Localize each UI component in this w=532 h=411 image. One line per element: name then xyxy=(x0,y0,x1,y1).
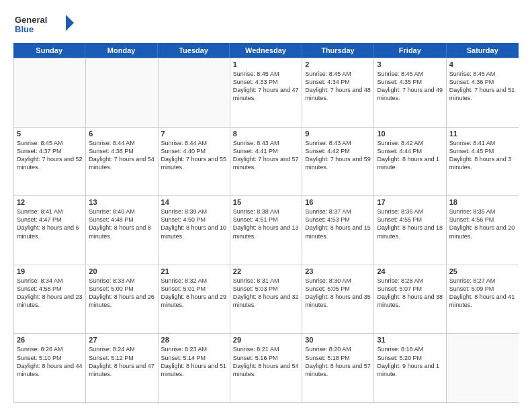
day-number-1: 1 xyxy=(233,60,299,68)
day-info-29: Sunrise: 8:21 AM Sunset: 5:16 PM Dayligh… xyxy=(233,345,299,378)
day-number-3: 3 xyxy=(377,60,443,68)
day-number-10: 10 xyxy=(377,130,443,138)
day-23: 23Sunrise: 8:30 AM Sunset: 5:05 PM Dayli… xyxy=(302,265,374,334)
day-info-13: Sunrise: 8:40 AM Sunset: 4:48 PM Dayligh… xyxy=(89,208,154,240)
day-8: 8Sunrise: 8:43 AM Sunset: 4:41 PM Daylig… xyxy=(230,128,302,196)
empty-cell-0-1 xyxy=(86,58,158,127)
day-25: 25Sunrise: 8:27 AM Sunset: 5:09 PM Dayli… xyxy=(447,265,519,334)
day-4: 4Sunrise: 8:45 AM Sunset: 4:36 PM Daylig… xyxy=(447,58,519,127)
day-number-31: 31 xyxy=(377,336,443,344)
day-info-23: Sunrise: 8:30 AM Sunset: 5:05 PM Dayligh… xyxy=(305,277,371,310)
day-16: 16Sunrise: 8:37 AM Sunset: 4:53 PM Dayli… xyxy=(302,196,374,265)
day-number-26: 26 xyxy=(17,336,83,344)
empty-cell-4-6 xyxy=(447,334,519,402)
day-info-17: Sunrise: 8:36 AM Sunset: 4:55 PM Dayligh… xyxy=(377,208,443,240)
day-14: 14Sunrise: 8:39 AM Sunset: 4:50 PM Dayli… xyxy=(159,196,230,265)
header-day-friday: Friday xyxy=(374,43,446,58)
day-17: 17Sunrise: 8:36 AM Sunset: 4:55 PM Dayli… xyxy=(374,196,446,265)
day-info-3: Sunrise: 8:45 AM Sunset: 4:35 PM Dayligh… xyxy=(377,70,443,103)
day-31: 31Sunrise: 8:18 AM Sunset: 5:20 PM Dayli… xyxy=(374,334,446,402)
week-row-4: 19Sunrise: 8:34 AM Sunset: 4:58 PM Dayli… xyxy=(14,265,519,334)
day-info-25: Sunrise: 8:27 AM Sunset: 5:09 PM Dayligh… xyxy=(449,277,516,310)
day-info-21: Sunrise: 8:32 AM Sunset: 5:01 PM Dayligh… xyxy=(161,277,227,310)
day-info-4: Sunrise: 8:45 AM Sunset: 4:36 PM Dayligh… xyxy=(449,70,516,103)
day-info-10: Sunrise: 8:42 AM Sunset: 4:44 PM Dayligh… xyxy=(377,139,443,172)
header-day-tuesday: Tuesday xyxy=(158,43,230,58)
day-info-27: Sunrise: 8:24 AM Sunset: 5:12 PM Dayligh… xyxy=(89,345,154,378)
day-3: 3Sunrise: 8:45 AM Sunset: 4:35 PM Daylig… xyxy=(374,58,446,127)
day-28: 28Sunrise: 8:23 AM Sunset: 5:14 PM Dayli… xyxy=(159,334,230,402)
svg-text:Blue: Blue xyxy=(15,24,34,34)
logo-svg: General Blue xyxy=(13,11,74,38)
calendar-header: SundayMondayTuesdayWednesdayThursdayFrid… xyxy=(13,43,519,58)
calendar: SundayMondayTuesdayWednesdayThursdayFrid… xyxy=(13,43,519,403)
day-number-24: 24 xyxy=(377,267,443,275)
page: General Blue SundayMondayTuesdayWednesda… xyxy=(0,0,532,411)
day-24: 24Sunrise: 8:28 AM Sunset: 5:07 PM Dayli… xyxy=(374,265,446,334)
day-number-13: 13 xyxy=(89,198,154,206)
week-row-5: 26Sunrise: 8:26 AM Sunset: 5:10 PM Dayli… xyxy=(14,333,519,402)
day-number-4: 4 xyxy=(449,60,516,68)
day-7: 7Sunrise: 8:44 AM Sunset: 4:40 PM Daylig… xyxy=(159,128,230,196)
day-9: 9Sunrise: 8:43 AM Sunset: 4:42 PM Daylig… xyxy=(302,128,374,196)
day-number-16: 16 xyxy=(305,198,371,206)
day-info-22: Sunrise: 8:31 AM Sunset: 5:03 PM Dayligh… xyxy=(233,277,299,310)
day-number-28: 28 xyxy=(161,336,227,344)
day-15: 15Sunrise: 8:38 AM Sunset: 4:51 PM Dayli… xyxy=(230,196,302,265)
day-number-20: 20 xyxy=(89,267,154,275)
day-21: 21Sunrise: 8:32 AM Sunset: 5:01 PM Dayli… xyxy=(159,265,230,334)
day-6: 6Sunrise: 8:44 AM Sunset: 4:38 PM Daylig… xyxy=(86,128,158,196)
day-number-6: 6 xyxy=(89,130,154,138)
day-number-15: 15 xyxy=(233,198,299,206)
header: General Blue xyxy=(13,11,519,38)
day-info-6: Sunrise: 8:44 AM Sunset: 4:38 PM Dayligh… xyxy=(89,139,154,172)
calendar-body: 1Sunrise: 8:45 AM Sunset: 4:33 PM Daylig… xyxy=(13,58,519,403)
day-19: 19Sunrise: 8:34 AM Sunset: 4:58 PM Dayli… xyxy=(14,265,86,334)
day-1: 1Sunrise: 8:45 AM Sunset: 4:33 PM Daylig… xyxy=(230,58,302,127)
day-info-12: Sunrise: 8:41 AM Sunset: 4:47 PM Dayligh… xyxy=(17,208,83,240)
day-info-14: Sunrise: 8:39 AM Sunset: 4:50 PM Dayligh… xyxy=(161,208,227,240)
day-info-8: Sunrise: 8:43 AM Sunset: 4:41 PM Dayligh… xyxy=(233,139,299,172)
empty-cell-0-2 xyxy=(159,58,230,127)
day-22: 22Sunrise: 8:31 AM Sunset: 5:03 PM Dayli… xyxy=(230,265,302,334)
day-info-9: Sunrise: 8:43 AM Sunset: 4:42 PM Dayligh… xyxy=(305,139,371,172)
day-18: 18Sunrise: 8:35 AM Sunset: 4:56 PM Dayli… xyxy=(447,196,519,265)
day-2: 2Sunrise: 8:45 AM Sunset: 4:34 PM Daylig… xyxy=(302,58,374,127)
week-row-2: 5Sunrise: 8:45 AM Sunset: 4:37 PM Daylig… xyxy=(14,127,519,196)
day-info-16: Sunrise: 8:37 AM Sunset: 4:53 PM Dayligh… xyxy=(305,208,371,240)
week-row-3: 12Sunrise: 8:41 AM Sunset: 4:47 PM Dayli… xyxy=(14,195,519,265)
day-27: 27Sunrise: 8:24 AM Sunset: 5:12 PM Dayli… xyxy=(86,334,158,402)
day-20: 20Sunrise: 8:33 AM Sunset: 5:00 PM Dayli… xyxy=(86,265,158,334)
day-29: 29Sunrise: 8:21 AM Sunset: 5:16 PM Dayli… xyxy=(230,334,302,402)
day-number-27: 27 xyxy=(89,336,154,344)
svg-marker-2 xyxy=(66,15,74,31)
day-number-5: 5 xyxy=(17,130,83,138)
day-info-30: Sunrise: 8:20 AM Sunset: 5:18 PM Dayligh… xyxy=(305,345,371,378)
day-11: 11Sunrise: 8:41 AM Sunset: 4:45 PM Dayli… xyxy=(447,128,519,196)
day-number-21: 21 xyxy=(161,267,227,275)
day-number-29: 29 xyxy=(233,336,299,344)
week-row-1: 1Sunrise: 8:45 AM Sunset: 4:33 PM Daylig… xyxy=(14,58,519,127)
day-26: 26Sunrise: 8:26 AM Sunset: 5:10 PM Dayli… xyxy=(14,334,86,402)
day-info-28: Sunrise: 8:23 AM Sunset: 5:14 PM Dayligh… xyxy=(161,345,227,378)
day-info-18: Sunrise: 8:35 AM Sunset: 4:56 PM Dayligh… xyxy=(449,208,516,240)
day-info-2: Sunrise: 8:45 AM Sunset: 4:34 PM Dayligh… xyxy=(305,70,371,103)
day-number-14: 14 xyxy=(161,198,227,206)
header-day-wednesday: Wednesday xyxy=(230,43,302,58)
header-day-monday: Monday xyxy=(85,43,157,58)
day-info-31: Sunrise: 8:18 AM Sunset: 5:20 PM Dayligh… xyxy=(377,345,443,378)
empty-cell-0-0 xyxy=(14,58,86,127)
day-number-11: 11 xyxy=(449,130,516,138)
day-number-19: 19 xyxy=(17,267,83,275)
day-12: 12Sunrise: 8:41 AM Sunset: 4:47 PM Dayli… xyxy=(14,196,86,265)
day-30: 30Sunrise: 8:20 AM Sunset: 5:18 PM Dayli… xyxy=(302,334,374,402)
day-info-1: Sunrise: 8:45 AM Sunset: 4:33 PM Dayligh… xyxy=(233,70,299,103)
day-info-24: Sunrise: 8:28 AM Sunset: 5:07 PM Dayligh… xyxy=(377,277,443,310)
day-info-11: Sunrise: 8:41 AM Sunset: 4:45 PM Dayligh… xyxy=(449,139,516,172)
day-number-23: 23 xyxy=(305,267,371,275)
svg-text:General: General xyxy=(15,15,47,25)
day-number-18: 18 xyxy=(449,198,516,206)
day-number-25: 25 xyxy=(449,267,516,275)
header-day-thursday: Thursday xyxy=(302,43,374,58)
day-number-8: 8 xyxy=(233,130,299,138)
